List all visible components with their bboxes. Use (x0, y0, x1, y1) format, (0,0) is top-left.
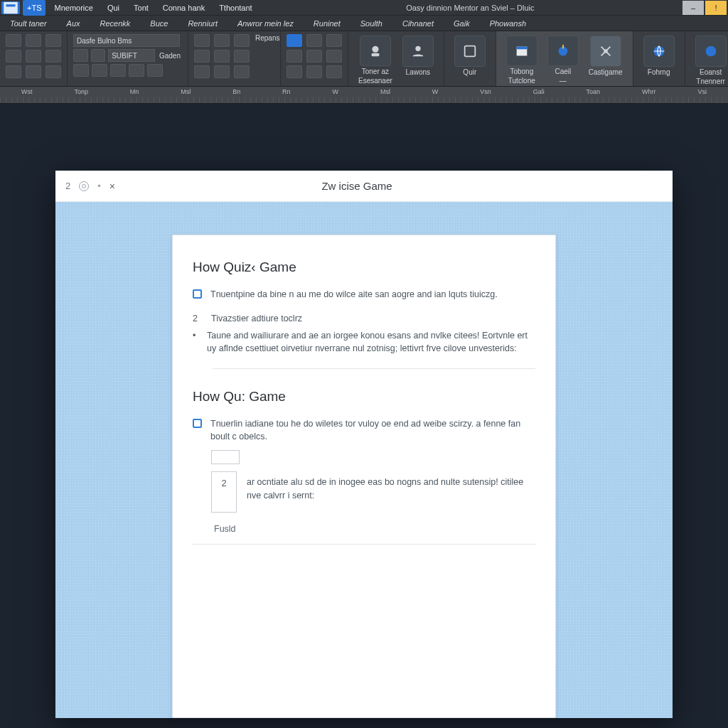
rib-style-7[interactable] (326, 34, 342, 47)
menu-conna[interactable]: Conna hank (156, 0, 212, 16)
window-minimize-button[interactable]: – (682, 1, 704, 15)
rib-btn-a5[interactable] (26, 50, 41, 63)
target-icon[interactable] (79, 181, 89, 191)
tab-cihnanet[interactable]: Cihnanet (392, 16, 444, 31)
svg-rect-3 (371, 53, 379, 56)
answer-number-box[interactable]: 2 (211, 471, 237, 513)
castigame-icon[interactable] (590, 36, 621, 67)
close-icon[interactable]: × (109, 181, 115, 192)
rib-style-1[interactable] (287, 34, 302, 47)
section2-checkbox[interactable] (193, 419, 202, 428)
castigame-cap2: Castigame (589, 68, 623, 76)
rib-para-2[interactable] (194, 50, 210, 63)
tab-aux[interactable]: Aux (57, 16, 90, 31)
window-title: Oasy dinnion Mentor an Sviel – Dluic (259, 4, 681, 12)
rib-btn-style6[interactable] (129, 64, 144, 77)
rib-btn-a6[interactable] (26, 65, 41, 78)
menu-accent[interactable]: +TS (23, 0, 46, 16)
section1-bullet: • (193, 329, 198, 355)
ruler[interactable]: Wst Tonp Mn Msl Bn Rn W Msl W Vsn Gali T… (0, 87, 728, 104)
svg-rect-9 (562, 44, 564, 48)
svg-point-4 (415, 46, 420, 51)
svg-rect-7 (516, 46, 527, 49)
svg-point-2 (372, 46, 378, 52)
section1-num2: 2 (193, 312, 203, 325)
eoanst-cap2: Tnennerr (696, 77, 725, 85)
tab-runinet[interactable]: Runinet (304, 16, 350, 31)
answer-footer-label: Fusld (193, 520, 535, 534)
menu-qui[interactable]: Qui (100, 0, 127, 16)
ribbon: Dasfe Bulno Bms SUBIFT Gaden (0, 31, 728, 87)
tab-recenkk[interactable]: Recenkk (90, 16, 141, 31)
caeil-icon[interactable] (547, 36, 579, 66)
ribbon-group-clipboard (0, 31, 68, 86)
caeil-cap1: Caeil (555, 68, 571, 75)
tab-toult[interactable]: Toult taner (0, 16, 57, 31)
rib-style-2[interactable] (287, 50, 302, 63)
content-card: How Quiz‹ Game Tnuentpine da bine n au m… (172, 235, 556, 718)
rib-btn-a1[interactable] (6, 34, 21, 47)
tobong-icon[interactable] (506, 36, 537, 66)
rib-btn-style2[interactable] (91, 49, 106, 62)
caeil-cap2: — (560, 77, 567, 85)
rib-style-4[interactable] (306, 34, 322, 47)
tab-anwror[interactable]: Anwror mein lez (228, 16, 304, 31)
tab-soulth[interactable]: Soulth (350, 16, 392, 31)
app-badge[interactable] (1, 1, 20, 14)
rib-style-9[interactable] (326, 65, 342, 78)
rib-para-7[interactable] (234, 34, 250, 47)
tab-phowansh[interactable]: Phowansh (480, 16, 536, 31)
rib-btn-style5[interactable] (110, 64, 126, 77)
toner-icon[interactable] (360, 36, 391, 66)
rib-btn-a8[interactable] (46, 50, 61, 63)
rib-para-6[interactable] (214, 65, 230, 78)
rib-para-5[interactable] (214, 50, 230, 63)
rib-style-6[interactable] (306, 65, 322, 78)
page-title: Zw icise Game (115, 180, 599, 192)
rib-btn-a3[interactable] (6, 65, 21, 78)
rib-btn-style1[interactable] (73, 49, 88, 62)
answer-text: ar ocntiate alu sd de in inogee eas bo n… (247, 471, 535, 513)
eoanst-icon[interactable] (695, 36, 727, 67)
rib-btn-a2[interactable] (6, 50, 21, 63)
menu-tthontant[interactable]: Tthontant (212, 0, 259, 16)
rib-para-4[interactable] (214, 34, 230, 47)
toner-cap2: Esesanaer (358, 77, 392, 85)
menu-tont[interactable]: Tont (127, 0, 156, 16)
rib-btn-style4[interactable] (92, 64, 107, 77)
eoanst-cap1: Eoanst (700, 68, 722, 76)
rib-para-9[interactable] (234, 65, 250, 78)
lawons-icon[interactable] (402, 36, 434, 67)
svg-rect-5 (464, 46, 475, 57)
rib-btn-a7[interactable] (46, 34, 61, 47)
rib-para-8[interactable] (234, 50, 250, 63)
rib-btn-style7[interactable] (147, 64, 163, 77)
section-1: How Quiz‹ Game Tnuentpine da bine n au m… (193, 259, 535, 369)
fohrng-cap2: Fohrng (648, 68, 670, 76)
rib-style-8[interactable] (326, 50, 342, 63)
section1-checkbox[interactable] (193, 289, 202, 299)
rib-btn-a4[interactable] (26, 34, 41, 47)
tab-gaik[interactable]: Gaik (444, 16, 480, 31)
font-family-combo[interactable]: Dasfe Bulno Bms (73, 34, 180, 47)
tab-renniurt[interactable]: Renniurt (178, 16, 228, 31)
window-warn-button[interactable]: ! (705, 1, 727, 15)
quir-icon[interactable] (454, 36, 486, 67)
rib-btn-style3[interactable] (73, 64, 89, 77)
page-number: 2 (65, 181, 70, 191)
mini-input[interactable] (211, 450, 240, 464)
menu-mnemorice[interactable]: Mnemorice (47, 0, 100, 16)
rib-para-1[interactable] (194, 34, 210, 47)
rib-para-3[interactable] (194, 65, 210, 78)
ribbon-group-big-5: Eoanst Tnennerr (685, 31, 728, 86)
document-canvas[interactable]: 2 • × Zw icise Game How Quiz‹ Game Tnuen… (0, 104, 728, 728)
tab-buce[interactable]: Buce (140, 16, 178, 31)
font-size-combo[interactable]: SUBIFT (108, 49, 155, 62)
rib-style-3[interactable] (287, 65, 302, 78)
section1-bullet-text: Taune and wailiurare and ae an iorgee ko… (207, 329, 535, 355)
fohrng-icon[interactable] (643, 36, 675, 67)
rib-btn-a9[interactable] (46, 65, 61, 78)
tobong-cap2: Tutclone (508, 77, 535, 85)
rib-style-5[interactable] (306, 50, 322, 63)
section1-num2-text: Tivazstier adtiure toclrz (211, 312, 302, 325)
